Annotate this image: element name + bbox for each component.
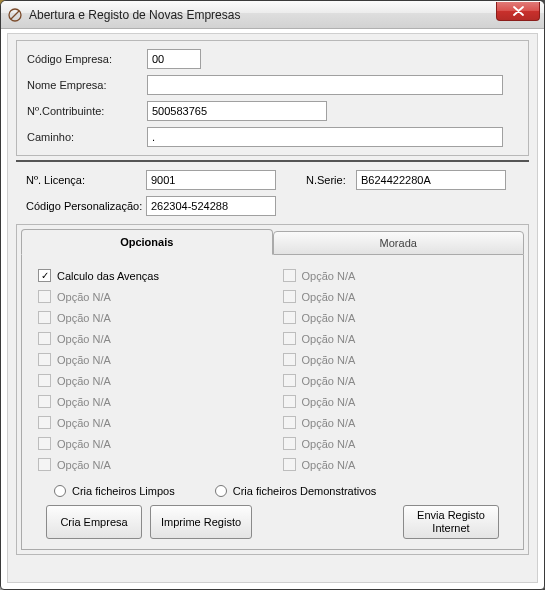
checkbox-icon xyxy=(38,416,51,429)
checkbox-icon xyxy=(283,416,296,429)
checkbox-icon xyxy=(283,290,296,303)
option-checkbox: Opção N/A xyxy=(38,437,263,450)
close-icon xyxy=(513,6,524,16)
option-label: Opção N/A xyxy=(57,375,111,387)
option-checkbox: Opção N/A xyxy=(283,269,508,282)
titlebar[interactable]: Abertura e Registo de Novas Empresas xyxy=(1,1,544,29)
checkbox-icon xyxy=(38,395,51,408)
button-row: Cria Empresa Imprime Registo Envia Regis… xyxy=(46,505,499,539)
option-label: Opção N/A xyxy=(57,333,111,345)
option-checkbox: Opção N/A xyxy=(283,353,508,366)
option-label: Opção N/A xyxy=(302,312,356,324)
svg-line-1 xyxy=(11,11,19,19)
contrib-input[interactable] xyxy=(147,101,327,121)
licenca-input[interactable] xyxy=(146,170,276,190)
option-label: Opção N/A xyxy=(302,291,356,303)
envia-registo-label: Envia Registo Internet xyxy=(414,509,488,534)
codigo-input[interactable] xyxy=(147,49,201,69)
option-label: Opção N/A xyxy=(57,459,111,471)
radio-row: Cria ficheiros Limpos Cria ficheiros Dem… xyxy=(54,485,499,497)
option-checkbox: Opção N/A xyxy=(38,290,263,303)
checkbox-icon xyxy=(38,437,51,450)
option-checkbox: Opção N/A xyxy=(283,395,508,408)
cria-empresa-label: Cria Empresa xyxy=(60,516,127,529)
tab-body-opcionais: ✓Calculo das AvençasOpção N/AOpção N/AOp… xyxy=(21,255,524,550)
option-label: Opção N/A xyxy=(57,291,111,303)
license-fields-group: Nº. Licença: N.Serie: Código Personaliza… xyxy=(16,160,529,220)
checkbox-icon xyxy=(283,353,296,366)
option-checkbox: Opção N/A xyxy=(38,395,263,408)
option-label: Opção N/A xyxy=(302,459,356,471)
option-label: Opção N/A xyxy=(57,417,111,429)
checkbox-icon xyxy=(38,311,51,324)
imprime-registo-label: Imprime Registo xyxy=(161,516,241,529)
tab-morada-label: Morada xyxy=(380,237,417,249)
option-label: Opção N/A xyxy=(302,375,356,387)
option-checkbox: Opção N/A xyxy=(283,458,508,471)
checkbox-icon xyxy=(38,290,51,303)
radio-limpos[interactable]: Cria ficheiros Limpos xyxy=(54,485,175,497)
tab-strip: Opcionais Morada xyxy=(21,229,524,255)
option-label: Opção N/A xyxy=(57,396,111,408)
option-checkbox: Opção N/A xyxy=(38,353,263,366)
company-fields-group: Código Empresa: Nome Empresa: Nº.Contrib… xyxy=(16,40,529,156)
option-label: Opção N/A xyxy=(302,417,356,429)
window-title: Abertura e Registo de Novas Empresas xyxy=(29,8,240,22)
option-label: Opção N/A xyxy=(57,438,111,450)
checkbox-icon xyxy=(283,458,296,471)
option-checkbox: Opção N/A xyxy=(283,374,508,387)
cria-empresa-button[interactable]: Cria Empresa xyxy=(46,505,142,539)
imprime-registo-button[interactable]: Imprime Registo xyxy=(150,505,252,539)
option-label: Opção N/A xyxy=(302,438,356,450)
options-grid: ✓Calculo das AvençasOpção N/AOpção N/AOp… xyxy=(38,269,507,471)
tabs-container: Opcionais Morada ✓Calculo das AvençasOpç… xyxy=(16,224,529,555)
tab-opcionais-label: Opcionais xyxy=(120,236,173,248)
radio-dot-icon xyxy=(215,485,227,497)
radio-demo[interactable]: Cria ficheiros Demonstrativos xyxy=(215,485,377,497)
codpers-label: Código Personalização: xyxy=(26,200,146,212)
option-checkbox: Opção N/A xyxy=(283,311,508,324)
nserie-label: N.Serie: xyxy=(306,174,356,186)
radio-dot-icon xyxy=(54,485,66,497)
envia-registo-button[interactable]: Envia Registo Internet xyxy=(403,505,499,539)
radio-demo-label: Cria ficheiros Demonstrativos xyxy=(233,485,377,497)
tab-opcionais[interactable]: Opcionais xyxy=(21,229,273,255)
option-label: Opção N/A xyxy=(57,354,111,366)
caminho-input[interactable] xyxy=(147,127,503,147)
checkbox-icon xyxy=(38,332,51,345)
checkbox-icon xyxy=(283,374,296,387)
checkbox-icon xyxy=(38,458,51,471)
nome-label: Nome Empresa: xyxy=(27,79,147,91)
app-icon xyxy=(7,7,23,23)
checkbox-icon xyxy=(283,269,296,282)
checkbox-icon xyxy=(38,353,51,366)
dialog-window: Abertura e Registo de Novas Empresas Cód… xyxy=(0,0,545,590)
client-area: Código Empresa: Nome Empresa: Nº.Contrib… xyxy=(7,33,538,583)
radio-limpos-label: Cria ficheiros Limpos xyxy=(72,485,175,497)
checkbox-icon xyxy=(283,437,296,450)
licenca-label: Nº. Licença: xyxy=(26,174,146,186)
checkbox-icon xyxy=(38,374,51,387)
option-checkbox: Opção N/A xyxy=(38,458,263,471)
checkbox-icon xyxy=(283,311,296,324)
option-label: Opção N/A xyxy=(302,333,356,345)
tab-morada[interactable]: Morada xyxy=(273,231,525,255)
option-checkbox: Opção N/A xyxy=(38,311,263,324)
nserie-input[interactable] xyxy=(356,170,506,190)
option-label: Opção N/A xyxy=(302,270,356,282)
checkbox-icon: ✓ xyxy=(38,269,51,282)
option-checkbox: Opção N/A xyxy=(283,416,508,429)
option-label: Opção N/A xyxy=(302,354,356,366)
codpers-input[interactable] xyxy=(146,196,276,216)
option-checkbox: Opção N/A xyxy=(38,332,263,345)
codigo-label: Código Empresa: xyxy=(27,53,147,65)
caminho-label: Caminho: xyxy=(27,131,147,143)
option-checkbox: Opção N/A xyxy=(283,290,508,303)
option-label: Opção N/A xyxy=(57,312,111,324)
option-checkbox: Opção N/A xyxy=(38,374,263,387)
nome-input[interactable] xyxy=(147,75,503,95)
option-checkbox[interactable]: ✓Calculo das Avenças xyxy=(38,269,263,282)
contrib-label: Nº.Contribuinte: xyxy=(27,105,147,117)
close-button[interactable] xyxy=(496,2,540,21)
checkbox-icon xyxy=(283,332,296,345)
